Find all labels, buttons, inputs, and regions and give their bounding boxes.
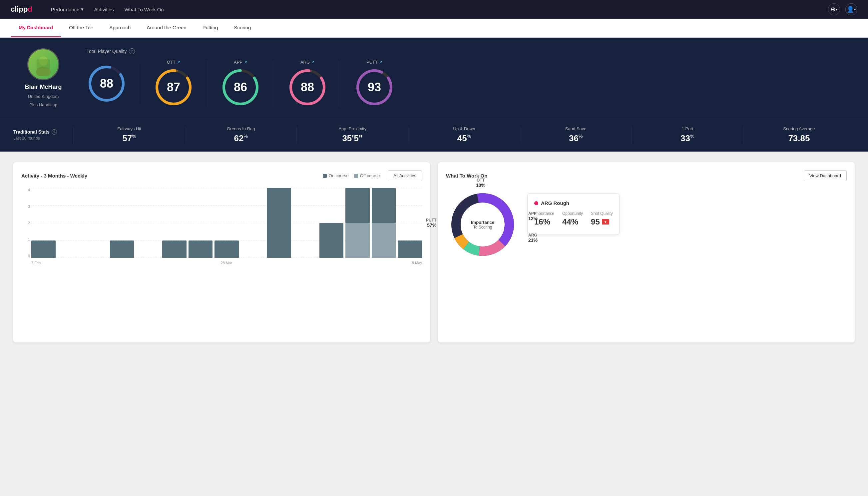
info-metric-opportunity: Opportunity 44%: [562, 211, 583, 227]
tab-scoring[interactable]: Scoring: [226, 19, 259, 37]
stat-up-down: Up & Down 45%: [408, 126, 520, 143]
arg-circle-container: 88: [287, 67, 327, 107]
empty-bar-2: [84, 188, 108, 258]
tab-bar: My Dashboard Off the Tee Approach Around…: [0, 19, 868, 37]
bar-group-6: [189, 188, 213, 258]
y-tick-3: 3: [28, 204, 30, 208]
activity-card-header: Activity - 3 Months - Weekly On course O…: [21, 170, 422, 181]
main-score-circle: 88: [86, 64, 140, 104]
score-circles: 88 OTT ↗ 87: [86, 60, 855, 107]
tpq-help-icon[interactable]: ?: [129, 48, 135, 54]
work-inner: Importance To Scoring PUTT 57% OTT 10%: [446, 188, 847, 335]
info-dot-icon: [534, 201, 538, 205]
info-metric-importance: Importance 16%: [534, 211, 554, 227]
bar-group-1: [58, 188, 82, 258]
stats-bar: Traditional Stats ? Last 20 rounds Fairw…: [0, 118, 868, 152]
on-course-dot: [323, 174, 327, 178]
nav-performance[interactable]: Performance ▾: [51, 6, 84, 12]
add-button[interactable]: ⊕ ▾: [828, 3, 840, 15]
user-icon: 👤: [847, 6, 854, 13]
bar-chart: 4 3 2 1 0 7 Feb 28 Mar 9 May: [21, 188, 422, 268]
bar-group-12: [345, 188, 370, 258]
on-course-bar-13: [372, 188, 396, 223]
y-tick-4: 4: [28, 188, 30, 192]
bar-wrap-13: [372, 188, 396, 258]
chevron-down-icon: ▾: [836, 7, 838, 12]
bar-group-11: [319, 188, 344, 258]
work-card-header: What To Work On View Dashboard: [446, 170, 847, 181]
nav-what-to-work-on[interactable]: What To Work On: [125, 7, 164, 12]
chart-bars: [31, 188, 422, 258]
app-score-value: 86: [234, 80, 247, 94]
main-circle-container: 88: [86, 64, 127, 104]
info-metrics: Importance 16% Opportunity 44% Shot Qual…: [534, 211, 613, 227]
work-card-title: What To Work On: [446, 173, 799, 179]
empty-bar-1: [58, 188, 82, 258]
arg-trend-icon: ↗: [311, 60, 314, 65]
bar-wrap-0: [31, 188, 56, 258]
bar-wrap-9: [267, 188, 291, 258]
nav-right-actions: ⊕ ▾ 👤 ▾: [828, 3, 857, 15]
bar-wrap-7: [215, 188, 239, 258]
off-course-bar-12: [345, 223, 370, 258]
svg-rect-2: [37, 59, 50, 69]
main-content: Activity - 3 Months - Weekly On course O…: [0, 152, 868, 353]
activity-legend: On course Off course: [323, 173, 380, 178]
putt-circle-container: 93: [354, 67, 394, 107]
on-course-bar-6: [189, 241, 213, 258]
all-activities-button[interactable]: All Activities: [388, 170, 422, 181]
bar-group-2: [84, 188, 108, 258]
tab-approach[interactable]: Approach: [101, 19, 139, 37]
tab-around-the-green[interactable]: Around the Green: [139, 19, 194, 37]
y-tick-0: 0: [28, 254, 30, 258]
bar-group-13: [372, 188, 396, 258]
scores-section: Total Player Quality ? 88 OTT: [86, 48, 855, 107]
on-course-bar-12: [345, 188, 370, 223]
logo: clippd: [11, 5, 32, 14]
tab-putting[interactable]: Putting: [194, 19, 226, 37]
bar-wrap-14: [398, 188, 422, 258]
player-country: United Kingdom: [28, 94, 59, 99]
on-course-bar-9: [267, 188, 291, 258]
bar-group-7: [215, 188, 239, 258]
putt-score-value: 93: [368, 80, 381, 94]
avatar: [27, 48, 59, 80]
on-course-bar-0: [31, 241, 56, 258]
putt-score-circle: PUTT ↗ 93: [341, 60, 408, 107]
stat-label-section: Traditional Stats ? Last 20 rounds: [13, 129, 73, 141]
flag-down-icon: ▼: [602, 219, 609, 224]
stat-sand-save: Sand Save 36%: [520, 126, 632, 143]
top-navigation: clippd Performance ▾ Activities What To …: [0, 0, 868, 19]
tab-my-dashboard[interactable]: My Dashboard: [11, 19, 61, 37]
arg-score-value: 88: [301, 80, 314, 94]
donut-center-label: Importance To Scoring: [471, 220, 494, 230]
player-info: Blair McHarg United Kingdom Plus Handica…: [13, 48, 73, 107]
arg-rough-info-card: ARG Rough Importance 16% Opportunity 44%…: [527, 193, 619, 235]
player-name: Blair McHarg: [25, 83, 62, 91]
stat-scoring-avg: Scoring Average 73.85: [743, 126, 855, 143]
legend-off-course: Off course: [354, 173, 380, 178]
on-course-bar-7: [215, 241, 239, 258]
view-dashboard-button[interactable]: View Dashboard: [804, 170, 847, 181]
x-axis: 7 Feb 28 Mar 9 May: [31, 258, 422, 268]
stats-help-icon[interactable]: ?: [52, 129, 57, 135]
user-menu-button[interactable]: 👤 ▾: [845, 3, 857, 15]
bar-wrap-3: [110, 188, 134, 258]
bar-group-4: [136, 188, 160, 258]
ott-circle-container: 87: [154, 67, 193, 107]
bar-group-14: [398, 188, 422, 258]
app-circle-container: 86: [221, 67, 261, 107]
bar-wrap-6: [189, 188, 213, 258]
chevron-down-icon: ▾: [854, 7, 856, 12]
nav-activities[interactable]: Activities: [94, 7, 114, 12]
tab-off-the-tee[interactable]: Off the Tee: [61, 19, 101, 37]
app-trend-icon: ↗: [244, 60, 247, 65]
donut-section: Importance To Scoring PUTT 57% OTT 10%: [446, 188, 519, 335]
app-score-circle: APP ↗ 86: [207, 60, 274, 107]
bar-group-0: [31, 188, 56, 258]
stat-greens-in-reg: Greens In Reg 62%: [185, 126, 297, 143]
bar-group-3: [110, 188, 134, 258]
activity-card-title: Activity - 3 Months - Weekly: [21, 173, 317, 179]
plus-icon: ⊕: [831, 6, 836, 13]
arg-score-circle: ARG ↗ 88: [274, 60, 341, 107]
